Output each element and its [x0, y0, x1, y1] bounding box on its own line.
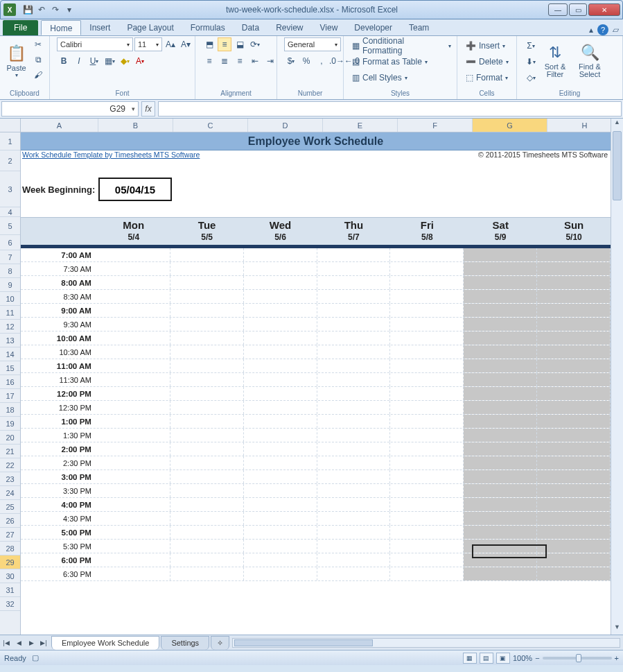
schedule-cell[interactable] — [390, 415, 464, 428]
row-header[interactable]: 9 — [0, 278, 20, 292]
copy-icon[interactable]: ⧉ — [31, 53, 45, 67]
schedule-cell[interactable] — [97, 553, 170, 567]
align-left-icon[interactable]: ≡ — [202, 54, 216, 68]
paste-button[interactable]: 📋 Paste ▾ — [4, 37, 28, 85]
schedule-cell[interactable] — [317, 262, 391, 275]
file-tab[interactable]: File — [3, 20, 38, 35]
schedule-cell[interactable] — [170, 387, 244, 400]
schedule-cell[interactable] — [244, 318, 317, 331]
row-header[interactable]: 24 — [0, 486, 20, 500]
schedule-cell[interactable] — [97, 276, 170, 289]
schedule-cell[interactable] — [464, 359, 537, 372]
ribbon-options-icon[interactable]: ▱ — [613, 25, 619, 35]
schedule-cell[interactable] — [464, 484, 537, 497]
tab-data[interactable]: Data — [234, 20, 267, 35]
row-header[interactable]: 3 — [0, 171, 20, 207]
schedule-cell[interactable] — [537, 553, 611, 567]
grid[interactable]: Employee Work Schedule Work Schedule Tem… — [21, 132, 611, 635]
row-header[interactable]: 21 — [0, 445, 20, 458]
schedule-cell[interactable] — [390, 373, 464, 386]
schedule-cell[interactable] — [537, 318, 611, 331]
row-header[interactable]: 16 — [0, 375, 20, 389]
schedule-cell[interactable] — [464, 276, 537, 289]
schedule-cell[interactable] — [244, 359, 317, 372]
schedule-cell[interactable] — [464, 401, 537, 414]
schedule-cell[interactable] — [170, 262, 244, 275]
schedule-cell[interactable] — [317, 553, 391, 567]
column-header[interactable]: B — [98, 119, 173, 132]
schedule-cell[interactable] — [170, 373, 244, 386]
schedule-cell[interactable] — [97, 248, 170, 261]
scroll-up-icon[interactable]: ▲ — [611, 119, 623, 130]
increase-decimal-icon[interactable]: .0→ — [330, 54, 344, 68]
insert-cells-button[interactable]: ➕Insert▾ — [464, 39, 510, 53]
schedule-cell[interactable] — [97, 429, 170, 442]
schedule-cell[interactable] — [244, 401, 317, 414]
scroll-thumb[interactable] — [613, 131, 622, 200]
schedule-cell[interactable] — [390, 429, 464, 442]
tab-view[interactable]: View — [312, 20, 346, 35]
column-header[interactable]: F — [398, 119, 473, 132]
tab-formulas[interactable]: Formulas — [182, 20, 234, 35]
name-box[interactable]: G29 — [1, 101, 139, 117]
schedule-cell[interactable] — [464, 429, 537, 442]
schedule-cell[interactable] — [170, 526, 244, 539]
schedule-cell[interactable] — [244, 331, 317, 345]
tab-team[interactable]: Team — [401, 20, 437, 35]
schedule-cell[interactable] — [537, 290, 611, 303]
schedule-cell[interactable] — [464, 373, 537, 386]
schedule-cell[interactable] — [464, 498, 537, 511]
schedule-cell[interactable] — [170, 540, 244, 553]
schedule-cell[interactable] — [97, 456, 170, 469]
schedule-cell[interactable] — [537, 387, 611, 400]
schedule-cell[interactable] — [244, 498, 317, 511]
schedule-cell[interactable] — [390, 290, 464, 303]
row-header[interactable]: 7 — [0, 250, 20, 264]
schedule-cell[interactable] — [390, 526, 464, 539]
schedule-cell[interactable] — [537, 276, 611, 289]
align-middle-icon[interactable]: ≡ — [218, 37, 231, 51]
fx-button[interactable]: fx — [141, 101, 155, 117]
tab-nav-first-icon[interactable]: |◀ — [0, 637, 12, 649]
schedule-cell[interactable] — [464, 387, 537, 400]
schedule-cell[interactable] — [390, 442, 464, 456]
minimize-button[interactable]: — — [548, 3, 568, 16]
schedule-cell[interactable] — [390, 470, 464, 483]
row-header[interactable]: 5 — [0, 217, 20, 235]
schedule-cell[interactable] — [170, 248, 244, 261]
number-format-selector[interactable]: General▾ — [284, 37, 341, 51]
schedule-cell[interactable] — [244, 304, 317, 317]
schedule-cell[interactable] — [537, 456, 611, 469]
schedule-cell[interactable] — [170, 304, 244, 317]
schedule-cell[interactable] — [97, 318, 170, 331]
schedule-cell[interactable] — [244, 484, 317, 497]
row-header[interactable]: 2 — [0, 150, 20, 171]
tab-review[interactable]: Review — [267, 20, 311, 35]
schedule-cell[interactable] — [537, 248, 611, 261]
comma-icon[interactable]: , — [315, 54, 328, 68]
schedule-cell[interactable] — [390, 540, 464, 553]
schedule-cell[interactable] — [537, 359, 611, 372]
tab-page-layout[interactable]: Page Layout — [119, 20, 182, 35]
schedule-cell[interactable] — [97, 387, 170, 400]
schedule-cell[interactable] — [97, 512, 170, 525]
help-icon[interactable]: ? — [597, 24, 608, 35]
clear-icon[interactable]: ◇▾ — [524, 71, 538, 85]
schedule-cell[interactable] — [390, 345, 464, 359]
schedule-cell[interactable] — [97, 567, 170, 580]
row-header[interactable]: 4 — [0, 207, 20, 217]
schedule-cell[interactable] — [317, 456, 391, 469]
schedule-cell[interactable] — [170, 567, 244, 580]
schedule-cell[interactable] — [390, 553, 464, 567]
week-date-cell[interactable]: 05/04/15 — [98, 178, 172, 201]
schedule-cell[interactable] — [537, 484, 611, 497]
schedule-cell[interactable] — [390, 401, 464, 414]
schedule-cell[interactable] — [390, 484, 464, 497]
macro-record-icon[interactable]: ▢ — [32, 653, 39, 662]
increase-font-icon[interactable]: A▴ — [164, 37, 177, 51]
row-header[interactable]: 14 — [0, 347, 20, 361]
schedule-cell[interactable] — [390, 248, 464, 261]
row-header[interactable]: 17 — [0, 389, 20, 403]
vertical-scrollbar[interactable]: ▲ ▼ — [611, 119, 623, 635]
row-header[interactable]: 1 — [0, 132, 20, 150]
